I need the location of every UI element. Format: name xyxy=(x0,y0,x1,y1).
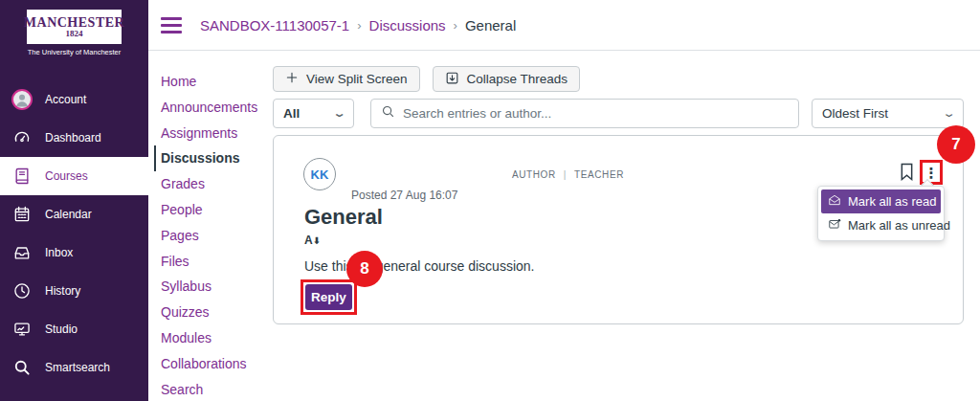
course-nav-pages[interactable]: Pages xyxy=(154,223,273,249)
breadcrumb-separator: › xyxy=(357,18,361,33)
breadcrumb: SANDBOX-11130057-1 › Discussions › Gener… xyxy=(200,17,516,33)
plus-icon xyxy=(285,71,299,87)
course-nav-grades[interactable]: Grades xyxy=(154,171,273,197)
course-nav-search[interactable]: Search xyxy=(154,377,273,401)
clock-icon xyxy=(11,280,33,301)
logo-subtitle: The University of Manchester xyxy=(28,48,122,56)
search-icon xyxy=(11,357,33,378)
course-nav-home[interactable]: Home xyxy=(154,69,273,95)
annotation-badge-8: 8 xyxy=(346,251,383,287)
menu-item-mark-all-read[interactable]: Mark all as read xyxy=(821,189,941,213)
global-nav-history[interactable]: History xyxy=(0,272,148,310)
view-split-screen-label: View Split Screen xyxy=(306,72,408,86)
kebab-menu-icon[interactable]: ⋮ xyxy=(924,166,939,180)
chevron-down-icon: ⌄ xyxy=(332,107,346,120)
logo-text: MANCHESTER xyxy=(24,16,124,30)
search-input[interactable] xyxy=(403,106,789,121)
author-badge: AUTHOR xyxy=(512,169,556,180)
breadcrumb-course-link[interactable]: SANDBOX-11130057-1 xyxy=(200,17,349,33)
posted-timestamp: Posted 27 Aug 16:07 xyxy=(351,189,457,202)
course-nav-discussions[interactable]: Discussions xyxy=(154,145,273,171)
course-nav: Home Announcements Assignments Discussio… xyxy=(148,51,273,401)
calendar-icon xyxy=(11,204,33,225)
global-nav-account[interactable]: Account xyxy=(0,80,148,119)
body-row: Home Announcements Assignments Discussio… xyxy=(148,51,980,401)
inbox-icon xyxy=(11,242,33,263)
filter-dropdown[interactable]: All ⌄ xyxy=(273,99,354,128)
global-nav-label: Dashboard xyxy=(45,131,101,145)
global-nav-label: Courses xyxy=(45,169,88,183)
breadcrumb-current: General xyxy=(465,17,516,33)
global-nav-label: History xyxy=(45,284,80,298)
mark-all-menu: Mark all as read Mark all as unread xyxy=(817,186,945,241)
discussion-content: View Split Screen Collapse Threads All ⌄ xyxy=(273,51,980,401)
global-nav-sidebar: MANCHESTER 1824 The University of Manche… xyxy=(0,0,148,401)
envelope-dot-icon xyxy=(828,217,841,234)
chevron-down-icon: ⌄ xyxy=(942,107,956,120)
discussion-toolbar: View Split Screen Collapse Threads xyxy=(273,66,964,92)
global-nav-label: Calendar xyxy=(45,208,92,221)
course-nav-collaborations[interactable]: Collaborations xyxy=(154,351,273,377)
discussion-topic-card: KK Posted 27 Aug 16:07 AUTHOR | TEACHER … xyxy=(273,135,964,324)
main-area: SANDBOX-11130057-1 › Discussions › Gener… xyxy=(148,0,980,401)
breadcrumb-discussions-link[interactable]: Discussions xyxy=(369,17,446,33)
global-nav-studio[interactable]: Studio xyxy=(0,310,148,348)
course-nav-assignments[interactable]: Assignments xyxy=(154,121,273,146)
avatar-initials: KK xyxy=(311,167,329,182)
global-nav-label: Inbox xyxy=(45,246,73,259)
menu-item-mark-all-unread[interactable]: Mark all as unread xyxy=(821,213,941,237)
role-badges: AUTHOR | TEACHER xyxy=(512,169,624,180)
view-split-screen-button[interactable]: View Split Screen xyxy=(273,66,420,92)
collapse-threads-label: Collapse Threads xyxy=(467,72,568,86)
menu-item-label: Mark all as unread xyxy=(848,218,950,233)
annotation-badge-7: 7 xyxy=(937,125,975,164)
sort-value: Oldest First xyxy=(822,106,888,121)
user-icon xyxy=(11,89,33,110)
course-nav-modules[interactable]: Modules xyxy=(154,325,273,351)
filter-value: All xyxy=(283,106,300,121)
global-nav-label: Smartsearch xyxy=(45,361,110,374)
discussion-body-text: Use this for general course discussion. xyxy=(304,258,534,274)
kebab-menu-annotation-box: ⋮ xyxy=(920,160,943,185)
envelope-open-icon xyxy=(828,193,841,210)
role-separator: | xyxy=(564,169,567,180)
discussion-title: General xyxy=(304,205,383,230)
collapse-arrow-icon xyxy=(445,71,459,88)
global-nav-smartsearch[interactable]: Smartsearch xyxy=(0,348,148,387)
global-nav-dashboard[interactable]: Dashboard xyxy=(0,119,148,157)
hamburger-menu-icon[interactable] xyxy=(157,13,186,37)
header-bar: SANDBOX-11130057-1 › Discussions › Gener… xyxy=(148,0,980,51)
course-nav-people[interactable]: People xyxy=(154,197,273,223)
filter-row: All ⌄ Oldest First ⌄ xyxy=(273,99,964,128)
translate-icon[interactable]: A⬇ xyxy=(304,234,321,247)
course-nav-quizzes[interactable]: Quizzes xyxy=(154,300,273,325)
search-box xyxy=(370,99,799,128)
reply-button[interactable]: Reply xyxy=(305,284,352,310)
global-nav-label: Studio xyxy=(45,323,78,336)
gauge-icon xyxy=(11,127,33,148)
breadcrumb-separator: › xyxy=(454,18,457,33)
monitor-icon xyxy=(11,319,33,340)
university-logo: MANCHESTER 1824 The University of Manche… xyxy=(0,0,148,64)
global-nav-label: Account xyxy=(45,93,86,106)
global-nav-inbox[interactable]: Inbox xyxy=(0,234,148,272)
course-nav-announcements[interactable]: Announcements xyxy=(154,95,273,121)
course-nav-files[interactable]: Files xyxy=(154,249,273,275)
collapse-threads-button[interactable]: Collapse Threads xyxy=(433,66,581,92)
global-nav-list: Account Dashboard Courses Calendar Inbox xyxy=(0,80,148,387)
global-nav-calendar[interactable]: Calendar xyxy=(0,195,148,234)
search-icon xyxy=(381,104,395,123)
course-nav-syllabus[interactable]: Syllabus xyxy=(154,274,273,300)
book-icon xyxy=(11,166,33,187)
sort-dropdown[interactable]: Oldest First ⌄ xyxy=(812,99,964,128)
avatar[interactable]: KK xyxy=(303,158,336,190)
bookmark-icon[interactable] xyxy=(900,163,914,185)
menu-item-label: Mark all as read xyxy=(848,194,936,209)
global-nav-courses[interactable]: Courses xyxy=(0,157,148,195)
logo-year: 1824 xyxy=(66,30,83,38)
reply-annotation-box: Reply xyxy=(301,279,357,315)
university-logo-box: MANCHESTER 1824 xyxy=(27,10,122,44)
teacher-badge: TEACHER xyxy=(574,169,624,180)
